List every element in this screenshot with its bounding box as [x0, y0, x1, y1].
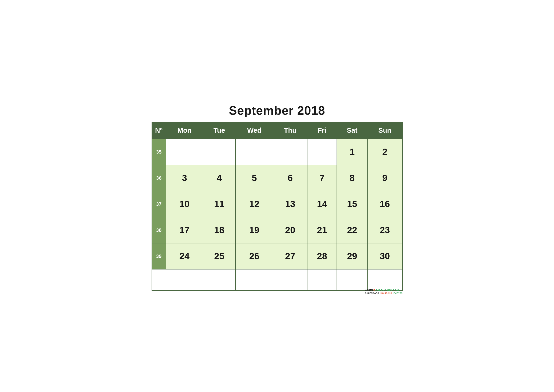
day-cell [307, 139, 337, 165]
brand-sub: CALENDARS HOLIDAYS EVENTS [365, 292, 402, 294]
header-mon: Mon [166, 122, 203, 139]
day-cell [367, 269, 402, 291]
calendar-title: September 2018 [152, 104, 403, 118]
day-cell: 21 [307, 217, 337, 243]
header-sat: Sat [337, 122, 367, 139]
day-cell: 3 [166, 165, 203, 191]
header-row: Nº Mon Tue Wed Thu Fri Sat Sun [152, 122, 402, 139]
day-cell [273, 269, 307, 291]
day-cell: 16 [367, 191, 402, 217]
week-num-3: 37 [152, 191, 166, 217]
week-num-6 [152, 269, 166, 291]
brand-sub-holidays: HOLIDAYS [380, 292, 392, 294]
day-cell: 12 [235, 191, 273, 217]
day-cell [203, 139, 235, 165]
week-row-3: 3710111213141516 [152, 191, 402, 217]
day-cell: 24 [166, 243, 203, 269]
day-cell [235, 269, 273, 291]
brand-com: .COM [392, 289, 399, 292]
day-cell: 14 [307, 191, 337, 217]
header-sun: Sun [367, 122, 402, 139]
day-cell: 6 [273, 165, 307, 191]
header-wed: Wed [235, 122, 273, 139]
brand-calendars: CALENDARS [375, 289, 392, 292]
header-fri: Fri [307, 122, 337, 139]
brand-sub-events: EVENTS [393, 292, 402, 294]
day-cell: 20 [273, 217, 307, 243]
week-num-header: Nº [152, 122, 166, 139]
day-cell: 7 [307, 165, 337, 191]
day-cell: 13 [273, 191, 307, 217]
day-cell: 9 [367, 165, 402, 191]
day-cell: 26 [235, 243, 273, 269]
day-cell: 11 [203, 191, 235, 217]
day-cell: 27 [273, 243, 307, 269]
week-num-5: 39 [152, 243, 166, 269]
day-cell: 30 [367, 243, 402, 269]
brand-main: WHENISCALENDARS.COM [365, 289, 402, 292]
day-cell: 29 [337, 243, 367, 269]
day-cell: 19 [235, 217, 273, 243]
branding: WHENISCALENDARS.COM CALENDARS HOLIDAYS E… [365, 289, 402, 294]
day-cell: 2 [367, 139, 402, 165]
week-num-4: 38 [152, 217, 166, 243]
day-cell: 5 [235, 165, 273, 191]
day-cell [307, 269, 337, 291]
week-row-2: 363456789 [152, 165, 402, 191]
brand-sub-calendars: CALENDARS [365, 292, 379, 294]
day-cell: 4 [203, 165, 235, 191]
week-num-2: 36 [152, 165, 166, 191]
day-cell [235, 139, 273, 165]
calendar-container: September 2018 Nº Mon Tue Wed Thu Fri Sa… [147, 97, 407, 295]
day-cell: 28 [307, 243, 337, 269]
brand-is: IS [373, 289, 375, 292]
day-cell [166, 139, 203, 165]
day-cell: 10 [166, 191, 203, 217]
day-cell: 15 [337, 191, 367, 217]
day-cell: 8 [337, 165, 367, 191]
day-cell [273, 139, 307, 165]
day-cell: 22 [337, 217, 367, 243]
brand-when: WHEN [365, 289, 373, 292]
week-num-1: 35 [152, 139, 166, 165]
week-row-6 [152, 269, 402, 291]
day-cell: 25 [203, 243, 235, 269]
header-thu: Thu [273, 122, 307, 139]
day-cell: 18 [203, 217, 235, 243]
week-row-1: 3512 [152, 139, 402, 165]
day-cell: 23 [367, 217, 402, 243]
calendar-table: Nº Mon Tue Wed Thu Fri Sat Sun 351236345… [152, 122, 403, 291]
week-row-4: 3817181920212223 [152, 217, 402, 243]
day-cell [337, 269, 367, 291]
header-tue: Tue [203, 122, 235, 139]
day-cell: 1 [337, 139, 367, 165]
day-cell [203, 269, 235, 291]
week-row-5: 3924252627282930 [152, 243, 402, 269]
day-cell: 17 [166, 217, 203, 243]
day-cell [166, 269, 203, 291]
